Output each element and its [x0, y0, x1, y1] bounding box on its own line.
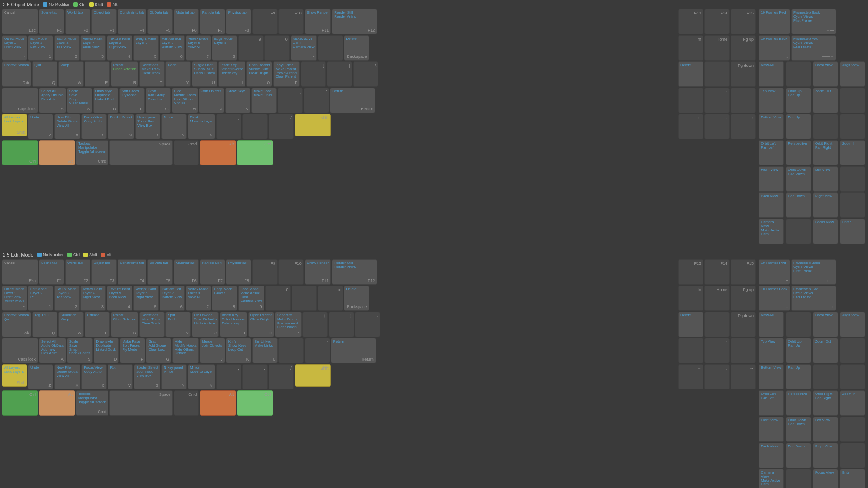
- edit-key-f7[interactable]: Particle Edit F7: [200, 259, 225, 285]
- np-perspective[interactable]: Perspective: [786, 140, 811, 165]
- edit-key-q[interactable]: Tog. PET Q: [32, 312, 57, 337]
- edit-key-j[interactable]: MergeJoin Objects J: [200, 338, 225, 363]
- edit-np-empty[interactable]: [786, 312, 811, 337]
- key-o[interactable]: Open RecentSubdiv. Surf.Clear Origin O: [246, 61, 272, 87]
- edit-key-f11[interactable]: Show Render F11: [305, 259, 331, 285]
- key-empty2[interactable]: [731, 88, 756, 113]
- edit-key-bracketl[interactable]: {: [302, 312, 328, 337]
- np-rightview[interactable]: Right View: [813, 192, 838, 218]
- key-c[interactable]: Focus ViewCopy Attrib. C: [81, 114, 107, 139]
- key-g[interactable]: GrabAdd GroupClear Loc. G: [146, 88, 171, 113]
- key-pgup[interactable]: Pg up: [731, 35, 756, 61]
- key-t[interactable]: SelectionsMake TrackClear Track T: [139, 61, 165, 87]
- edit-key-t[interactable]: SelectionsMake TrackClear Track T: [139, 312, 165, 337]
- np-viewall[interactable]: View All: [759, 61, 784, 87]
- edit-key-caps[interactable]: Caps lock: [2, 338, 38, 363]
- edit-key-comma[interactable]: ,: [216, 364, 241, 389]
- np-bottomview[interactable]: Bottom View: [759, 114, 784, 139]
- key-shift-l[interactable]: All LayersLock Layers Shift: [2, 114, 27, 136]
- edit-key-f1[interactable]: Scene tab F1: [39, 259, 64, 285]
- edit-key-end[interactable]: [704, 312, 730, 337]
- key-f15[interactable]: F15: [731, 9, 756, 34]
- edit-key-f10[interactable]: F10: [278, 259, 304, 285]
- key-framestep-fwd[interactable]: Framestep FwdCycle ViewsEnd Frame ——→: [791, 35, 836, 61]
- np-empty7[interactable]: [786, 219, 811, 244]
- edit-key-home[interactable]: Home: [704, 286, 730, 311]
- key-tilde[interactable]: Object ModeLayer 1Front View ~: [2, 35, 27, 61]
- edit-np-backview[interactable]: Back View: [759, 443, 784, 468]
- edit-key-return[interactable]: Return Return: [331, 338, 376, 363]
- edit-np-camview[interactable]: Camera ViewMake Active Cam.: [759, 469, 784, 488]
- edit-key-9[interactable]: Face ModeMake ActiveCam.Camera View 9: [238, 286, 264, 311]
- key-empty1[interactable]: [678, 88, 703, 113]
- edit-key-f2[interactable]: World tab F2: [65, 259, 90, 285]
- edit-key-ctrll[interactable]: Ctrl: [2, 390, 38, 416]
- edit-key-f6[interactable]: Material tab F6: [174, 259, 199, 285]
- key-y[interactable]: Redo Y: [165, 61, 191, 87]
- np-panup[interactable]: Pan Up: [786, 114, 811, 139]
- edit-key-u[interactable]: UV UnwrapSave DefaultsUndo History U: [192, 312, 219, 337]
- edit-key-altl[interactable]: Alt: [39, 390, 75, 416]
- np-topview[interactable]: Top View: [759, 88, 784, 113]
- key-alt-l[interactable]: Alt: [39, 140, 75, 165]
- edit-np-panup[interactable]: Pan Up: [786, 364, 811, 389]
- key-8[interactable]: Edge ModeLayer 9 8: [212, 35, 237, 61]
- key-semicolon[interactable]: ;: [278, 88, 303, 113]
- key-j[interactable]: Join Objects J: [199, 88, 224, 113]
- edit-key-f9[interactable]: F9: [252, 259, 278, 285]
- np-enter[interactable]: Enter: [840, 219, 865, 244]
- edit-key-10back[interactable]: 10 Frames Back ↓: [759, 286, 790, 311]
- edit-key-o[interactable]: Open RecentClear Origin O: [248, 312, 274, 337]
- np-pandown[interactable]: Pan Down: [786, 192, 811, 218]
- edit-key-ctrlr[interactable]: Ctrl: [237, 390, 273, 416]
- key-f3[interactable]: Object tab F3: [91, 9, 117, 34]
- np-orbitup[interactable]: Orbit UpPan Up: [786, 88, 811, 113]
- edit-key-cmd[interactable]: ToolboxManipulatorToggle full screen Cmd: [76, 390, 108, 416]
- key-equal[interactable]: =: [318, 35, 343, 61]
- key-space[interactable]: Space: [109, 140, 173, 165]
- edit-np-zoomout[interactable]: Zoom Out: [813, 338, 838, 363]
- edit-np-viewall[interactable]: View All: [759, 312, 784, 337]
- edit-key-w[interactable]: SubdivideWarp W: [58, 312, 84, 337]
- key-r[interactable]: RotateClear Rotation R: [111, 61, 138, 87]
- key-cmd[interactable]: ToolboxManipulatorToggle full screen Cmd: [76, 140, 108, 165]
- edit-key-down[interactable]: ↓: [704, 364, 730, 389]
- key-s[interactable]: ScaleSaveSnapClear Scale S: [67, 88, 92, 113]
- key-f10[interactable]: F10: [278, 9, 304, 34]
- key-v[interactable]: Border Select V: [108, 114, 134, 139]
- edit-key-5[interactable]: Weight PaintLayer 6Right View 5: [133, 286, 159, 311]
- key-slash[interactable]: /: [269, 114, 294, 139]
- key-h[interactable]: HideModify HooksHide OthersUnhide H: [172, 88, 198, 113]
- np-empty4[interactable]: [840, 114, 865, 139]
- key-b[interactable]: N-key panelZoom BoxView Box B: [135, 114, 160, 139]
- edit-key-f[interactable]: Make FaceSort FacesFly Mode F: [120, 338, 145, 363]
- key-fn[interactable]: fn: [678, 35, 703, 61]
- edit-key-b[interactable]: Border SelectZoom BoxView Box B: [134, 364, 160, 389]
- edit-key-quote[interactable]: ': [305, 338, 330, 363]
- edit-key-space[interactable]: Space: [109, 390, 173, 416]
- edit-key-10fwd[interactable]: 10 Frames Fwd +: [759, 259, 790, 285]
- key-10back[interactable]: 10 Frames Back ↓: [759, 35, 790, 61]
- np-empty3[interactable]: [813, 114, 838, 139]
- key-home[interactable]: Home: [704, 35, 730, 61]
- edit-key-f12[interactable]: Render StillRender Anim. F12: [332, 259, 377, 285]
- edit-key-right[interactable]: →: [731, 364, 756, 389]
- key-f14[interactable]: F14: [704, 9, 730, 34]
- edit-np-rightview[interactable]: Right View: [813, 443, 838, 468]
- edit-key-semicolon[interactable]: ;: [278, 338, 304, 363]
- edit-key-slash[interactable]: /: [269, 364, 294, 389]
- edit-key-3[interactable]: Vertex PaintLayer 4Right View 3: [80, 286, 106, 311]
- key-f8[interactable]: Physics tab F8: [226, 9, 251, 34]
- edit-key-7[interactable]: Vertex ModeLayer 8View All 7: [186, 286, 211, 311]
- edit-np-orbitleft[interactable]: Orbit LeftPan Left: [759, 390, 784, 416]
- edit-key-altr[interactable]: Alt: [200, 390, 236, 416]
- key-esc[interactable]: Cancel Esc: [2, 9, 38, 34]
- edit-np-leftview[interactable]: Left View: [813, 417, 838, 442]
- edit-np-bottomview[interactable]: Bottom View: [759, 364, 784, 389]
- np-backview[interactable]: Back View: [759, 192, 784, 218]
- key-n[interactable]: Mirror N: [161, 114, 187, 139]
- np-localview[interactable]: Local View: [813, 61, 838, 87]
- edit-key-f13[interactable]: F13: [678, 259, 703, 285]
- edit-np-empty5[interactable]: [840, 417, 865, 442]
- key-5[interactable]: Weight PaintLayer 6 5: [133, 35, 159, 61]
